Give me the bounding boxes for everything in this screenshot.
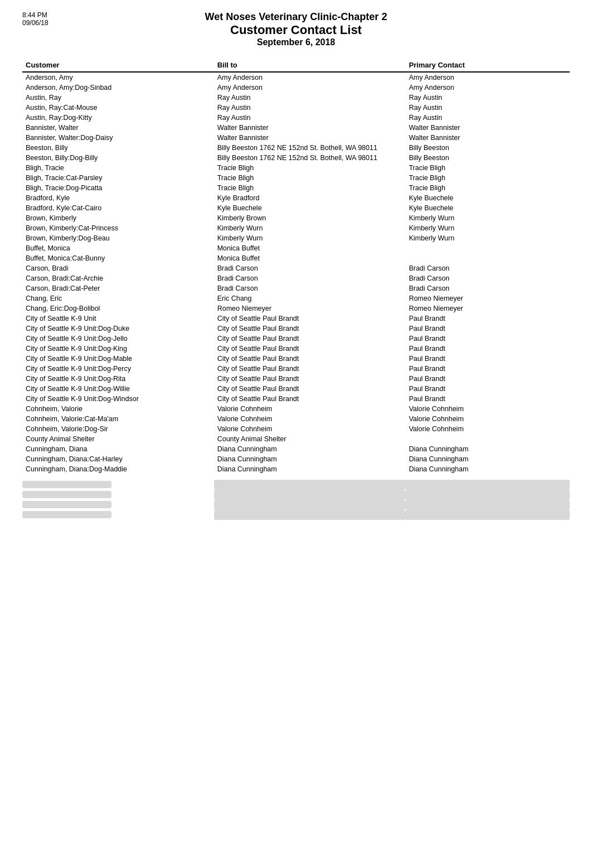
cell-primary: Walter Bannister <box>405 123 570 133</box>
cell-customer: Brown, Kimberly:Dog-Beau <box>22 233 214 243</box>
cell-customer: Carson, Bradi:Cat-Peter <box>22 283 214 293</box>
customer-contact-table: Customer Bill to Primary Contact Anderso… <box>22 59 570 520</box>
cell-primary: Ray Austin <box>405 103 570 113</box>
table-header-row: Customer Bill to Primary Contact <box>22 59 570 72</box>
cell-customer: Beeston, Billy:Dog-Billy <box>22 153 214 163</box>
table-row: City of Seattle K-9 UnitCity of Seattle … <box>22 314 570 324</box>
cell-primary: Paul Brandt <box>405 354 570 364</box>
cell-billto: Bradi Carson <box>214 263 406 273</box>
cell-customer: Bradford, Kyle:Cat-Cairo <box>22 203 214 213</box>
cell-customer: Bannister, Walter <box>22 123 214 133</box>
cell-customer: Brown, Kimberly:Cat-Princess <box>22 223 214 233</box>
table-row: Cohnheim, Valorie:Dog-SirValorie Cohnhei… <box>22 424 570 434</box>
table-row: Austin, Ray:Dog-KittyRay AustinRay Austi… <box>22 113 570 123</box>
cell-billto: City of Seattle Paul Brandt <box>214 344 406 354</box>
cell-primary: Romeo Niemeyer <box>405 303 570 314</box>
cell-primary: Valorie Cohnheim <box>405 404 570 414</box>
cell-primary <box>405 243 570 253</box>
cell-billto: Kimberly Wurn <box>214 233 406 243</box>
cell-customer: Cunningham, Diana:Cat-Harley <box>22 454 214 464</box>
table-row: Carson, Bradi:Cat-PeterBradi CarsonBradi… <box>22 283 570 293</box>
cell-billto: Billy Beeston 1762 NE 152nd St. Bothell,… <box>214 143 406 153</box>
cell-customer: Chang, Eric:Dog-Bolibol <box>22 303 214 314</box>
cell-primary: Paul Brandt <box>405 384 570 394</box>
report-header: Wet Noses Veterinary Clinic-Chapter 2 Cu… <box>22 11 570 47</box>
cell-billto: Valorie Cohnheim <box>214 424 406 434</box>
cell-customer: Buffet, Monica <box>22 243 214 253</box>
cell-customer-blurred <box>22 481 111 488</box>
cell-primary: Valorie Cohnheim <box>405 414 570 424</box>
cell-customer: Bligh, Tracie:Dog-Picatta <box>22 183 214 193</box>
cell-billto: City of Seattle Paul Brandt <box>214 374 406 384</box>
cell-billto: City of Seattle Paul Brandt <box>214 334 406 344</box>
cell-primary-blurred <box>405 480 570 490</box>
cell-primary <box>405 253 570 263</box>
table-row: Cohnheim, Valorie:Cat-Ma'amValorie Cohnh… <box>22 414 570 424</box>
table-row: Carson, BradiBradi CarsonBradi Carson <box>22 263 570 273</box>
blurred-rows-spacer <box>22 474 570 480</box>
cell-billto-blurred <box>214 490 406 500</box>
table-row: Bligh, TracieTracie BlighTracie Bligh <box>22 163 570 173</box>
table-row: Anderson, AmyAmy AndersonAmy Anderson <box>22 72 570 83</box>
cell-primary: Tracie Bligh <box>405 183 570 193</box>
cell-billto: County Animal Shelter <box>214 434 406 444</box>
report-date: September 6, 2018 <box>22 37 570 47</box>
cell-billto: Kimberly Wurn <box>214 223 406 233</box>
cell-billto: City of Seattle Paul Brandt <box>214 384 406 394</box>
table-row: Cunningham, Diana:Dog-MaddieDiana Cunnin… <box>22 464 570 474</box>
cell-primary: Kyle Buechele <box>405 193 570 203</box>
cell-billto: Walter Bannister <box>214 123 406 133</box>
cell-customer: City of Seattle K-9 Unit:Dog-Willie <box>22 384 214 394</box>
table-row: City of Seattle K-9 Unit:Dog-MableCity o… <box>22 354 570 364</box>
cell-primary: Walter Bannister <box>405 133 570 143</box>
cell-customer: Cunningham, Diana <box>22 444 214 454</box>
cell-billto: Billy Beeston 1762 NE 152nd St. Bothell,… <box>214 153 406 163</box>
cell-primary: Kimberly Wurn <box>405 213 570 223</box>
cell-primary: Diana Cunningham <box>405 454 570 464</box>
cell-customer: Carson, Bradi:Cat-Archie <box>22 273 214 283</box>
cell-primary: Valorie Cohnheim <box>405 424 570 434</box>
table-row: City of Seattle K-9 Unit:Dog-WindsorCity… <box>22 394 570 404</box>
cell-customer: Cohnheim, Valorie <box>22 404 214 414</box>
cell-primary: Ray Austin <box>405 113 570 123</box>
column-header-billto: Bill to <box>214 59 406 72</box>
table-row: Beeston, Billy:Dog-BillyBilly Beeston 17… <box>22 153 570 163</box>
cell-billto: City of Seattle Paul Brandt <box>214 364 406 374</box>
table-row-blurred <box>22 500 570 510</box>
cell-customer-blurred <box>22 511 111 518</box>
cell-billto: Ray Austin <box>214 93 406 103</box>
cell-customer: Brown, Kimberly <box>22 213 214 223</box>
table-row: Bannister, WalterWalter BannisterWalter … <box>22 123 570 133</box>
date-display: 09/06/18 <box>22 19 48 27</box>
cell-customer: Beeston, Billy <box>22 143 214 153</box>
cell-primary <box>405 434 570 444</box>
cell-customer: City of Seattle K-9 Unit:Dog-Windsor <box>22 394 214 404</box>
cell-customer: City of Seattle K-9 Unit <box>22 314 214 324</box>
cell-customer: Austin, Ray <box>22 93 214 103</box>
cell-billto: Bradi Carson <box>214 283 406 293</box>
table-row: Buffet, MonicaMonica Buffet <box>22 243 570 253</box>
cell-billto: Tracie Bligh <box>214 183 406 193</box>
table-row: City of Seattle K-9 Unit:Dog-DukeCity of… <box>22 324 570 334</box>
cell-billto: Diana Cunningham <box>214 454 406 464</box>
cell-customer: Bannister, Walter:Dog-Daisy <box>22 133 214 143</box>
cell-billto: Kimberly Brown <box>214 213 406 223</box>
cell-customer: Bligh, Tracie:Cat-Parsley <box>22 173 214 183</box>
cell-primary: Paul Brandt <box>405 344 570 354</box>
cell-customer: Buffet, Monica:Cat-Bunny <box>22 253 214 263</box>
cell-customer-blurred <box>22 491 111 498</box>
cell-primary-blurred <box>405 510 570 520</box>
table-row: Bligh, Tracie:Dog-PicattaTracie BlighTra… <box>22 183 570 193</box>
table-row: Bligh, Tracie:Cat-ParsleyTracie BlighTra… <box>22 173 570 183</box>
cell-billto: City of Seattle Paul Brandt <box>214 324 406 334</box>
cell-primary: Romeo Niemeyer <box>405 293 570 303</box>
cell-customer: City of Seattle K-9 Unit:Dog-King <box>22 344 214 354</box>
table-row: City of Seattle K-9 Unit:Dog-KingCity of… <box>22 344 570 354</box>
header-meta: 8:44 PM 09/06/18 <box>22 11 48 27</box>
cell-primary: Amy Anderson <box>405 83 570 93</box>
cell-billto: Eric Chang <box>214 293 406 303</box>
cell-billto: Ray Austin <box>214 103 406 113</box>
cell-customer: County Animal Shelter <box>22 434 214 444</box>
table-row-blurred <box>22 480 570 490</box>
cell-primary-blurred <box>405 500 570 510</box>
